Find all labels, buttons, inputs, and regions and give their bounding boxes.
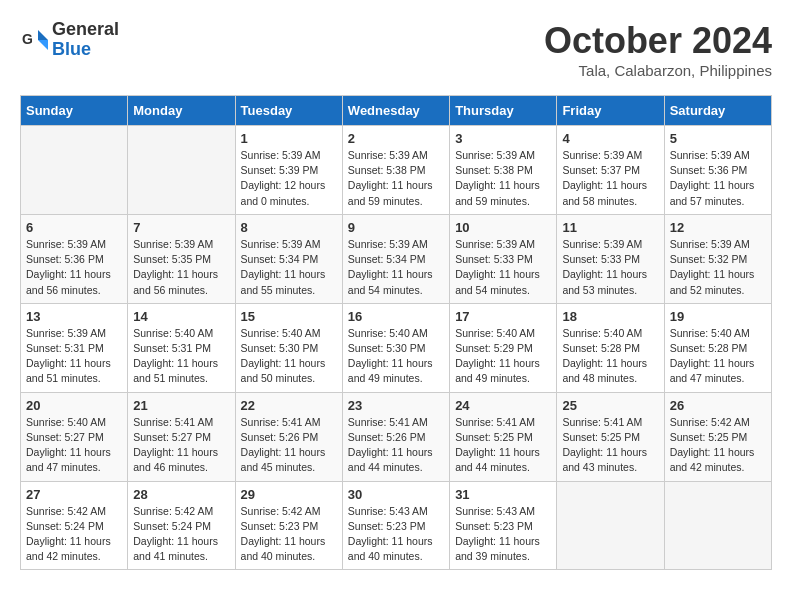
calendar-cell: 5Sunrise: 5:39 AM Sunset: 5:36 PM Daylig… bbox=[664, 126, 771, 215]
day-number: 9 bbox=[348, 220, 444, 235]
weekday-header: Tuesday bbox=[235, 96, 342, 126]
calendar-cell: 19Sunrise: 5:40 AM Sunset: 5:28 PM Dayli… bbox=[664, 303, 771, 392]
calendar-cell: 11Sunrise: 5:39 AM Sunset: 5:33 PM Dayli… bbox=[557, 214, 664, 303]
svg-marker-2 bbox=[38, 40, 48, 50]
calendar-cell: 27Sunrise: 5:42 AM Sunset: 5:24 PM Dayli… bbox=[21, 481, 128, 570]
weekday-header: Thursday bbox=[450, 96, 557, 126]
weekday-header: Saturday bbox=[664, 96, 771, 126]
location: Tala, Calabarzon, Philippines bbox=[544, 62, 772, 79]
calendar-cell: 25Sunrise: 5:41 AM Sunset: 5:25 PM Dayli… bbox=[557, 392, 664, 481]
day-info: Sunrise: 5:39 AM Sunset: 5:31 PM Dayligh… bbox=[26, 326, 122, 387]
day-info: Sunrise: 5:39 AM Sunset: 5:34 PM Dayligh… bbox=[241, 237, 337, 298]
day-number: 18 bbox=[562, 309, 658, 324]
day-number: 22 bbox=[241, 398, 337, 413]
calendar-cell: 18Sunrise: 5:40 AM Sunset: 5:28 PM Dayli… bbox=[557, 303, 664, 392]
day-number: 28 bbox=[133, 487, 229, 502]
calendar-cell: 12Sunrise: 5:39 AM Sunset: 5:32 PM Dayli… bbox=[664, 214, 771, 303]
day-number: 12 bbox=[670, 220, 766, 235]
day-info: Sunrise: 5:40 AM Sunset: 5:30 PM Dayligh… bbox=[348, 326, 444, 387]
logo-icon: G bbox=[20, 26, 48, 54]
month-title: October 2024 bbox=[544, 20, 772, 62]
day-number: 1 bbox=[241, 131, 337, 146]
day-number: 10 bbox=[455, 220, 551, 235]
calendar-cell: 16Sunrise: 5:40 AM Sunset: 5:30 PM Dayli… bbox=[342, 303, 449, 392]
calendar-cell: 28Sunrise: 5:42 AM Sunset: 5:24 PM Dayli… bbox=[128, 481, 235, 570]
day-number: 11 bbox=[562, 220, 658, 235]
day-number: 15 bbox=[241, 309, 337, 324]
calendar-cell: 10Sunrise: 5:39 AM Sunset: 5:33 PM Dayli… bbox=[450, 214, 557, 303]
day-number: 30 bbox=[348, 487, 444, 502]
calendar-cell: 4Sunrise: 5:39 AM Sunset: 5:37 PM Daylig… bbox=[557, 126, 664, 215]
calendar-cell: 31Sunrise: 5:43 AM Sunset: 5:23 PM Dayli… bbox=[450, 481, 557, 570]
day-number: 14 bbox=[133, 309, 229, 324]
calendar-cell: 2Sunrise: 5:39 AM Sunset: 5:38 PM Daylig… bbox=[342, 126, 449, 215]
empty-cell bbox=[557, 481, 664, 570]
day-number: 29 bbox=[241, 487, 337, 502]
calendar-cell: 13Sunrise: 5:39 AM Sunset: 5:31 PM Dayli… bbox=[21, 303, 128, 392]
day-number: 26 bbox=[670, 398, 766, 413]
calendar-cell: 15Sunrise: 5:40 AM Sunset: 5:30 PM Dayli… bbox=[235, 303, 342, 392]
day-number: 4 bbox=[562, 131, 658, 146]
day-info: Sunrise: 5:39 AM Sunset: 5:36 PM Dayligh… bbox=[670, 148, 766, 209]
day-number: 23 bbox=[348, 398, 444, 413]
day-number: 21 bbox=[133, 398, 229, 413]
day-number: 24 bbox=[455, 398, 551, 413]
week-row: 6Sunrise: 5:39 AM Sunset: 5:36 PM Daylig… bbox=[21, 214, 772, 303]
calendar-cell: 21Sunrise: 5:41 AM Sunset: 5:27 PM Dayli… bbox=[128, 392, 235, 481]
calendar-cell: 1Sunrise: 5:39 AM Sunset: 5:39 PM Daylig… bbox=[235, 126, 342, 215]
calendar-cell: 9Sunrise: 5:39 AM Sunset: 5:34 PM Daylig… bbox=[342, 214, 449, 303]
day-info: Sunrise: 5:40 AM Sunset: 5:30 PM Dayligh… bbox=[241, 326, 337, 387]
day-info: Sunrise: 5:39 AM Sunset: 5:38 PM Dayligh… bbox=[455, 148, 551, 209]
day-info: Sunrise: 5:39 AM Sunset: 5:33 PM Dayligh… bbox=[455, 237, 551, 298]
day-info: Sunrise: 5:39 AM Sunset: 5:37 PM Dayligh… bbox=[562, 148, 658, 209]
day-info: Sunrise: 5:41 AM Sunset: 5:25 PM Dayligh… bbox=[562, 415, 658, 476]
day-info: Sunrise: 5:41 AM Sunset: 5:26 PM Dayligh… bbox=[241, 415, 337, 476]
day-number: 8 bbox=[241, 220, 337, 235]
weekday-header: Wednesday bbox=[342, 96, 449, 126]
day-info: Sunrise: 5:39 AM Sunset: 5:34 PM Dayligh… bbox=[348, 237, 444, 298]
calendar-cell: 17Sunrise: 5:40 AM Sunset: 5:29 PM Dayli… bbox=[450, 303, 557, 392]
week-row: 13Sunrise: 5:39 AM Sunset: 5:31 PM Dayli… bbox=[21, 303, 772, 392]
calendar-cell: 24Sunrise: 5:41 AM Sunset: 5:25 PM Dayli… bbox=[450, 392, 557, 481]
day-number: 20 bbox=[26, 398, 122, 413]
day-info: Sunrise: 5:41 AM Sunset: 5:26 PM Dayligh… bbox=[348, 415, 444, 476]
day-info: Sunrise: 5:39 AM Sunset: 5:36 PM Dayligh… bbox=[26, 237, 122, 298]
title-block: October 2024 Tala, Calabarzon, Philippin… bbox=[544, 20, 772, 79]
calendar-cell: 22Sunrise: 5:41 AM Sunset: 5:26 PM Dayli… bbox=[235, 392, 342, 481]
day-info: Sunrise: 5:40 AM Sunset: 5:31 PM Dayligh… bbox=[133, 326, 229, 387]
empty-cell bbox=[128, 126, 235, 215]
day-number: 19 bbox=[670, 309, 766, 324]
day-info: Sunrise: 5:42 AM Sunset: 5:24 PM Dayligh… bbox=[133, 504, 229, 565]
calendar-cell: 8Sunrise: 5:39 AM Sunset: 5:34 PM Daylig… bbox=[235, 214, 342, 303]
day-number: 31 bbox=[455, 487, 551, 502]
day-info: Sunrise: 5:41 AM Sunset: 5:27 PM Dayligh… bbox=[133, 415, 229, 476]
calendar-cell: 26Sunrise: 5:42 AM Sunset: 5:25 PM Dayli… bbox=[664, 392, 771, 481]
day-number: 27 bbox=[26, 487, 122, 502]
weekday-header-row: SundayMondayTuesdayWednesdayThursdayFrid… bbox=[21, 96, 772, 126]
weekday-header: Monday bbox=[128, 96, 235, 126]
day-info: Sunrise: 5:39 AM Sunset: 5:33 PM Dayligh… bbox=[562, 237, 658, 298]
week-row: 27Sunrise: 5:42 AM Sunset: 5:24 PM Dayli… bbox=[21, 481, 772, 570]
day-info: Sunrise: 5:39 AM Sunset: 5:38 PM Dayligh… bbox=[348, 148, 444, 209]
day-number: 13 bbox=[26, 309, 122, 324]
day-info: Sunrise: 5:43 AM Sunset: 5:23 PM Dayligh… bbox=[455, 504, 551, 565]
svg-text:G: G bbox=[22, 31, 33, 47]
empty-cell bbox=[21, 126, 128, 215]
day-info: Sunrise: 5:43 AM Sunset: 5:23 PM Dayligh… bbox=[348, 504, 444, 565]
day-info: Sunrise: 5:39 AM Sunset: 5:32 PM Dayligh… bbox=[670, 237, 766, 298]
day-number: 17 bbox=[455, 309, 551, 324]
day-number: 2 bbox=[348, 131, 444, 146]
day-number: 25 bbox=[562, 398, 658, 413]
day-info: Sunrise: 5:42 AM Sunset: 5:24 PM Dayligh… bbox=[26, 504, 122, 565]
day-number: 7 bbox=[133, 220, 229, 235]
day-info: Sunrise: 5:40 AM Sunset: 5:27 PM Dayligh… bbox=[26, 415, 122, 476]
day-number: 5 bbox=[670, 131, 766, 146]
calendar-cell: 14Sunrise: 5:40 AM Sunset: 5:31 PM Dayli… bbox=[128, 303, 235, 392]
logo-line1: General bbox=[52, 20, 119, 40]
weekday-header: Friday bbox=[557, 96, 664, 126]
day-info: Sunrise: 5:40 AM Sunset: 5:28 PM Dayligh… bbox=[670, 326, 766, 387]
day-number: 6 bbox=[26, 220, 122, 235]
day-number: 16 bbox=[348, 309, 444, 324]
day-info: Sunrise: 5:39 AM Sunset: 5:35 PM Dayligh… bbox=[133, 237, 229, 298]
logo: G General Blue bbox=[20, 20, 119, 60]
